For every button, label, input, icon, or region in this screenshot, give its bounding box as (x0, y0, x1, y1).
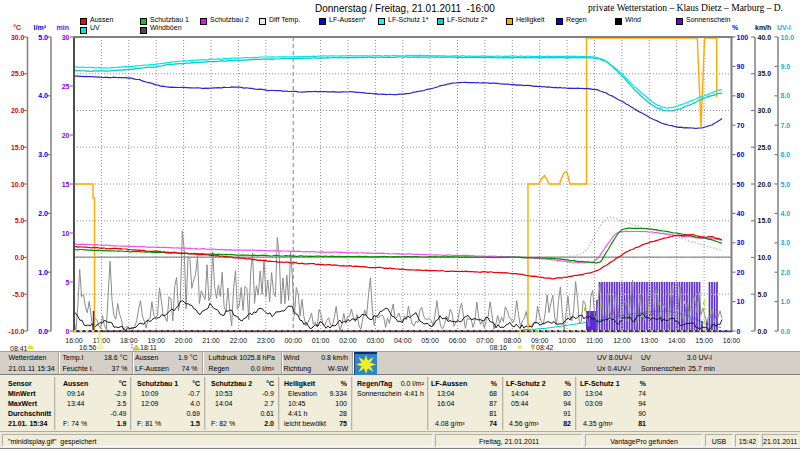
svg-text:12:00: 12:00 (613, 337, 631, 344)
svg-text:30: 30 (737, 239, 745, 246)
svg-text:5.0: 5.0 (758, 291, 768, 298)
svg-text:08:42: 08:42 (536, 344, 554, 351)
svg-text:20: 20 (737, 269, 745, 276)
svg-text:5.0: 5.0 (38, 34, 48, 41)
svg-text:22:00: 22:00 (230, 337, 248, 344)
svg-text:30.0: 30.0 (758, 107, 772, 114)
svg-text:3.0: 3.0 (38, 151, 48, 158)
svg-text:15.0: 15.0 (758, 217, 772, 224)
svg-text:21:00: 21:00 (202, 337, 220, 344)
svg-text:15.0: 15.0 (11, 144, 25, 151)
svg-text:40.0: 40.0 (758, 34, 772, 41)
svg-text:14:00: 14:00 (668, 337, 686, 344)
svg-text:6.0: 6.0 (781, 151, 791, 158)
svg-text:90: 90 (737, 63, 745, 70)
svg-text:06:00: 06:00 (449, 337, 467, 344)
svg-text:7.0: 7.0 (781, 122, 791, 129)
svg-text:20: 20 (62, 132, 70, 139)
svg-text:60: 60 (737, 151, 745, 158)
svg-text:18:11: 18:11 (140, 344, 157, 351)
svg-text:09:00: 09:00 (531, 337, 549, 344)
svg-text:20.0: 20.0 (758, 181, 772, 188)
svg-text:35.0: 35.0 (758, 70, 772, 77)
svg-text:8.0: 8.0 (781, 92, 791, 99)
svg-text:02:00: 02:00 (339, 337, 357, 344)
svg-text:04:00: 04:00 (394, 337, 412, 344)
svg-text:1.0: 1.0 (38, 269, 48, 276)
svg-text:18:00: 18:00 (120, 337, 138, 344)
svg-text:15:00: 15:00 (695, 337, 713, 344)
svg-text:19:00: 19:00 (147, 337, 165, 344)
svg-text:17:00: 17:00 (93, 337, 111, 344)
svg-text:10.0: 10.0 (11, 181, 25, 188)
svg-text:01:00: 01:00 (312, 337, 330, 344)
svg-text:10: 10 (62, 230, 70, 237)
svg-text:20.0: 20.0 (11, 107, 25, 114)
svg-text:0: 0 (66, 328, 70, 335)
svg-text:0.0: 0.0 (781, 328, 791, 335)
svg-text:100: 100 (737, 34, 749, 41)
svg-text:0.0: 0.0 (15, 254, 25, 261)
svg-text:08:00: 08:00 (504, 337, 522, 344)
svg-text:3.0: 3.0 (781, 239, 791, 246)
svg-text:15: 15 (62, 181, 70, 188)
svg-text:°C: °C (13, 24, 21, 31)
svg-text:16:00: 16:00 (65, 337, 83, 344)
svg-text:2.0: 2.0 (781, 269, 791, 276)
svg-text:25.0: 25.0 (758, 144, 772, 151)
svg-text:0.0: 0.0 (38, 328, 48, 335)
svg-text:16:56: 16:56 (79, 344, 97, 351)
svg-text:23:00: 23:00 (257, 337, 275, 344)
svg-text:16:00: 16:00 (723, 337, 741, 344)
svg-text:4.0: 4.0 (781, 210, 791, 217)
svg-text:5.0: 5.0 (781, 181, 791, 188)
svg-text:10.0: 10.0 (781, 34, 795, 41)
svg-text:30.0: 30.0 (11, 34, 25, 41)
svg-text:0: 0 (737, 328, 741, 335)
svg-text:-5.0: -5.0 (12, 291, 24, 298)
svg-text:80: 80 (737, 92, 745, 99)
svg-text:km/h: km/h (755, 24, 771, 31)
svg-text:2.0: 2.0 (38, 210, 48, 217)
svg-text:40: 40 (737, 210, 745, 217)
svg-text:9.0: 9.0 (781, 63, 791, 70)
svg-text:07:00: 07:00 (476, 337, 494, 344)
svg-text:10:00: 10:00 (558, 337, 576, 344)
svg-text:5: 5 (66, 279, 70, 286)
svg-text:10: 10 (737, 298, 745, 305)
svg-text:05:00: 05:00 (421, 337, 439, 344)
svg-text:30: 30 (62, 34, 70, 41)
svg-text:10.0: 10.0 (758, 254, 772, 261)
svg-text:UV-I: UV-I (777, 24, 791, 31)
svg-text:08:16: 08:16 (490, 344, 508, 351)
svg-text:-10.0: -10.0 (9, 328, 25, 335)
svg-text:%: % (732, 24, 739, 31)
svg-text:11:00: 11:00 (586, 337, 603, 344)
svg-text:min: min (57, 24, 69, 31)
svg-text:1.0: 1.0 (781, 298, 791, 305)
svg-text:00:00: 00:00 (284, 337, 302, 344)
svg-text:03:00: 03:00 (367, 337, 385, 344)
svg-text:50: 50 (737, 181, 745, 188)
svg-text:25: 25 (62, 83, 70, 90)
svg-text:25.0: 25.0 (11, 70, 25, 77)
svg-text:70: 70 (737, 122, 745, 129)
svg-text:5.0: 5.0 (15, 217, 25, 224)
svg-text:4.0: 4.0 (38, 92, 48, 99)
svg-text:13:00: 13:00 (641, 337, 659, 344)
svg-text:l/m²: l/m² (34, 24, 47, 31)
svg-text:20:00: 20:00 (175, 337, 193, 344)
svg-text:0.0: 0.0 (758, 328, 768, 335)
